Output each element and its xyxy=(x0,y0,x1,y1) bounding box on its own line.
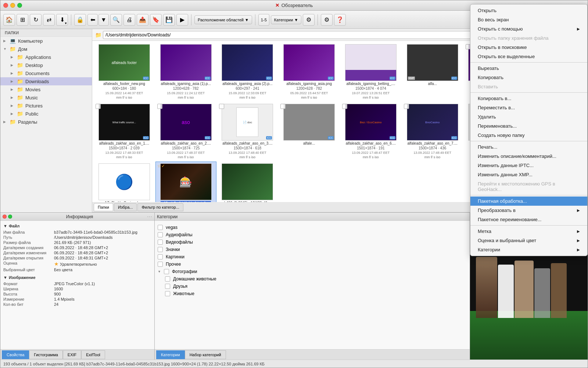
toolbar-btn-share[interactable]: 📤 xyxy=(137,14,148,26)
toolbar-btn-lock[interactable]: 🔒 xyxy=(74,14,86,26)
sidebar-item-pictures[interactable]: ▶ 📁 Pictures xyxy=(0,102,92,110)
cat-checkbox[interactable] xyxy=(158,225,163,230)
menu-item-open[interactable]: Открыть xyxy=(470,6,587,15)
sidebar-item-home[interactable]: ▼ 📁 Дом xyxy=(0,45,92,53)
tab-folders[interactable]: Папки xyxy=(94,203,113,211)
categories-dropdown[interactable]: Категории ▼ xyxy=(271,15,302,24)
sidebar-item-downloads[interactable]: ▶ 📁 Downloads xyxy=(0,77,92,85)
toolbar-btn-search[interactable]: 🔍 xyxy=(110,14,122,26)
file-item[interactable]: aso ICC alfaleads_zakhar_aso_en_2.... 15… xyxy=(155,102,216,161)
menu-item-categories[interactable]: Категории ▶ xyxy=(470,245,587,254)
menu-item-edit-description[interactable]: Изменить описание/комментарий... xyxy=(470,152,587,161)
menu-item-label[interactable]: Метка ▶ xyxy=(470,227,587,236)
sidebar-item-desktop[interactable]: ▶ 📁 Desktop xyxy=(0,61,92,69)
file-item[interactable]: ICC alfaleads_igaming_asia (1).p... 1200… xyxy=(155,42,216,101)
sidebar-item-documents[interactable]: ▶ 📁 Documents xyxy=(0,69,92,77)
cat-item[interactable]: Аудиофайлы xyxy=(158,231,467,238)
menu-item-fullscreen[interactable]: Во весь экран xyxy=(470,15,587,24)
tab-filter[interactable]: Фильтр по категор... xyxy=(137,203,183,211)
toolbar-btn-nav-right[interactable]: ▼ xyxy=(98,14,109,26)
cat-checkbox[interactable] xyxy=(165,291,170,296)
tab-exiftool[interactable]: ExifTool xyxy=(81,350,105,359)
cat-checkbox[interactable] xyxy=(158,232,163,237)
cat-item[interactable]: vegas xyxy=(158,224,467,231)
cat-item[interactable]: Домашние животные xyxy=(158,275,467,283)
cat-item-photos[interactable]: ▼ Фотографии xyxy=(158,268,467,275)
cat-item[interactable]: Животные xyxy=(158,290,467,297)
menu-item-open-all[interactable]: Открыть все выделенные xyxy=(470,52,587,61)
menu-item-convert[interactable]: Преобразовать в ▶ xyxy=(470,206,587,215)
sidebar-item-razdely[interactable]: ▶ 📁 Разделы xyxy=(0,118,92,126)
cat-checkbox[interactable] xyxy=(165,276,170,282)
cat-checkbox[interactable] xyxy=(158,254,163,259)
minimize-button[interactable] xyxy=(10,3,15,8)
menu-item-new-folder[interactable]: Создать новую папку xyxy=(470,131,587,140)
cat-item[interactable]: Видеофайлы xyxy=(158,238,467,246)
tab-categories[interactable]: Категории xyxy=(156,350,185,359)
info-panel-close[interactable] xyxy=(3,215,7,219)
tab-favorites[interactable]: Избра... xyxy=(114,203,137,211)
menu-item-rating-color[interactable]: Оценка и выбранный цвет ▶ xyxy=(470,236,587,245)
toolbar-btn-help[interactable]: ❓ xyxy=(334,14,346,26)
menu-item-open-with[interactable]: Открыть с помощью ▶ xyxy=(470,24,587,33)
info-panel-more[interactable]: ⋯ xyxy=(147,214,152,220)
sidebar-item-music[interactable]: ▶ 📁 Music xyxy=(0,93,92,102)
toolbar-btn-arrow-down[interactable]: ⬇▼ xyxy=(56,14,68,26)
section-arrow[interactable]: ▼ xyxy=(3,224,7,228)
tab-exif[interactable]: EXIF xyxy=(63,350,81,359)
select-checkbox[interactable] xyxy=(404,104,409,109)
tab-histogram[interactable]: Гистограмма xyxy=(29,350,63,359)
maximize-button[interactable] xyxy=(17,3,22,8)
toolbar-btn-gear[interactable]: ⚙ xyxy=(321,14,333,26)
file-item[interactable]: 🔵 AZ- Pin Up Casino.docx 03.08.2022 09:5… xyxy=(94,162,155,202)
select-checkbox[interactable] xyxy=(219,104,224,109)
file-item[interactable]: What traffic source... ICC alfaleads_zak… xyxy=(94,102,155,161)
menu-item-copy[interactable]: Копировать xyxy=(470,73,587,82)
file-item-selected[interactable]: ☆✓ 🎰 b37adb7c-3449-11e6-bda0-... 1600×90… xyxy=(155,162,216,202)
sidebar-item-public[interactable]: ▶ 📁 Public xyxy=(0,110,92,118)
tab-category-set[interactable]: Набор категорий xyxy=(185,350,226,359)
menu-item-open-finder[interactable]: Открыть в поисковике xyxy=(470,43,587,52)
menu-item-cut[interactable]: Вырезать xyxy=(470,64,587,73)
file-item[interactable]: 📄 doc ICC alfaleads_zakhar_aso_en_3.... … xyxy=(217,102,278,161)
toolbar-btn-refresh[interactable]: ↻ xyxy=(30,14,42,26)
menu-item-batch-process[interactable]: Пакетная обработка... xyxy=(470,197,587,206)
file-item[interactable]: ICC alfale... xyxy=(279,102,340,161)
toolbar-btn-save[interactable]: 💾 xyxy=(163,14,175,26)
close-button[interactable] xyxy=(3,3,8,8)
cat-checkbox[interactable] xyxy=(164,269,169,274)
file-item[interactable]: ICC alfaleads_igaming_asia (2).p... 600×… xyxy=(217,42,278,101)
menu-item-batch-rename[interactable]: Пакетное переименование... xyxy=(470,215,587,224)
file-item[interactable]: BnoCasino ICC alfaleads_zakhar_aso_en_7.… xyxy=(402,102,463,161)
file-item[interactable]: alfaleads footer ICC alfaleads_footer_ne… xyxy=(94,42,155,101)
menu-item-move-to[interactable]: Переместить в... xyxy=(470,103,587,112)
cat-checkbox[interactable] xyxy=(158,262,163,267)
address-input[interactable] xyxy=(103,31,477,39)
select-checkbox[interactable] xyxy=(342,104,347,109)
sidebar-item-movies[interactable]: ▶ 📁 Movies xyxy=(0,85,92,93)
file-item[interactable]: ICC alfaleads_igaming_betting_.... 1500×… xyxy=(340,42,401,101)
sidebar-item-applications[interactable]: ▶ 📁 Applications xyxy=(0,53,92,61)
toolbar-btn-home[interactable]: 🏠 xyxy=(3,14,15,26)
file-item[interactable]: Bez / EcoCasino ICC alfaleads_zakhar_aso… xyxy=(340,102,401,161)
cat-item[interactable]: Прочее xyxy=(158,261,467,268)
tab-properties[interactable]: Свойства xyxy=(2,350,29,359)
cat-checkbox[interactable] xyxy=(158,240,163,245)
section-arrow[interactable]: ▼ xyxy=(3,275,7,280)
toolbar-btn-bookmark[interactable]: 🔖 xyxy=(150,14,162,26)
toolbar-btn-sync[interactable]: ⇄ xyxy=(43,14,55,26)
toolbar-btn-filter[interactable]: ⚙ xyxy=(303,14,315,26)
select-checkbox[interactable] xyxy=(96,104,101,109)
menu-item-edit-xmp[interactable]: Изменить данные XMP... xyxy=(470,170,587,179)
menu-item-edit-iptc[interactable]: Изменить данные IPTC... xyxy=(470,161,587,170)
file-item[interactable]: b436c0b3845ba16f430c41... 537×333 · 157 … xyxy=(217,162,278,202)
file-item[interactable]: ICC XMP alfa... xyxy=(402,42,463,101)
cat-item[interactable]: Картинки xyxy=(158,253,467,261)
cat-item[interactable]: Значки xyxy=(158,246,467,253)
location-dropdown[interactable]: Расположение областей ▼ xyxy=(194,15,252,24)
toolbar-btn-nav-left[interactable]: ⬅ xyxy=(87,14,98,26)
toolbar-btn-print[interactable]: 🖨 xyxy=(123,14,135,26)
select-checkbox[interactable] xyxy=(157,104,162,109)
cat-checkbox[interactable] xyxy=(158,247,163,252)
menu-item-copy-to[interactable]: Копировать в... xyxy=(470,94,587,103)
